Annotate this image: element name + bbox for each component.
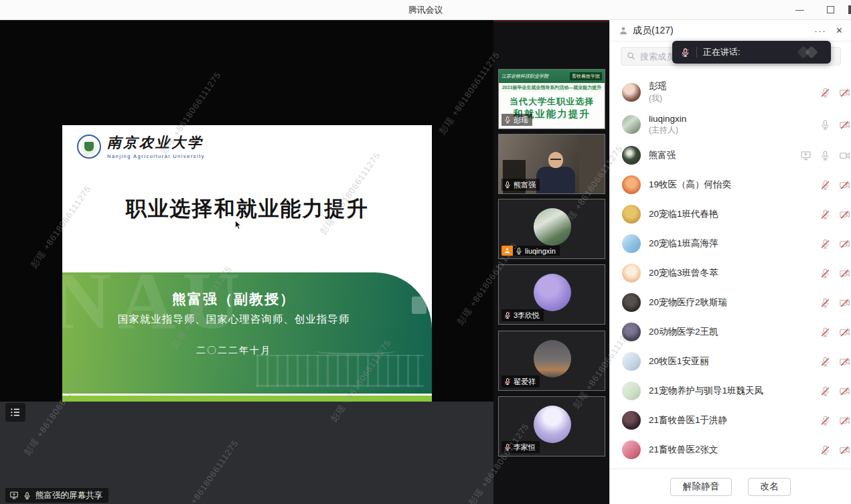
mic-icon [820,119,831,131]
avatar [622,293,641,312]
member-row[interactable]: 20宠物医疗2耿斯瑞 [610,288,851,317]
video-tile-avatar[interactable]: 3李欣悦 [498,264,605,325]
avatar [534,340,571,377]
video-tile-camera[interactable]: 熊富强 [498,134,605,194]
member-row[interactable]: 21宠物养护与驯导1班魏天凤 [610,376,851,406]
minimize-button[interactable] [789,0,809,20]
mic-icon [23,491,31,500]
speaking-indicator-toast: 正在讲话: [672,41,831,64]
mic-icon [515,247,523,255]
mic-muted-icon [820,356,831,367]
avatar [622,83,641,102]
slide-presenter: 熊富强（副教授） [62,290,405,309]
titlebar: 腾讯会议 [0,0,851,20]
mic-muted-icon [820,179,831,191]
tile-name-label: liuqingxin [513,246,560,256]
mic-muted-icon [820,415,831,426]
tile-name-label: 彭瑶 [501,114,532,126]
member-row[interactable]: 20牧医1安亚丽 [610,347,851,376]
avatar [534,406,571,443]
mini-slide-college: 畜牧兽医学院 [570,72,602,80]
unmute-button[interactable]: 解除静音 [670,478,732,496]
member-row[interactable]: 彭瑶 (我) [610,76,851,108]
mini-slide-header: 江苏农牧科技职业学院 畜牧兽医学院 [499,70,605,83]
speaking-label: 正在讲话: [703,46,741,58]
camera-off-icon [839,386,850,397]
university-name-en: Nanjing Agricultural University [107,153,205,159]
mic-icon [820,150,831,161]
maximize-button[interactable] [820,0,840,20]
video-tile-avatar[interactable]: 李家恒 [498,396,605,456]
close-button[interactable] [848,5,851,14]
member-row[interactable]: 21畜牧兽医2张文 [610,435,851,465]
mic-muted-icon [820,209,831,220]
mic-muted-icon [820,327,831,338]
mini-slide-banner: 2023届毕业生就业指导系列活动—就业能力提升 [499,83,605,92]
video-tile-avatar[interactable]: 翟爱祥 [498,331,605,391]
member-row[interactable]: 熊富强 [610,141,851,170]
camera-off-icon [839,87,850,98]
filmstrip-top-edge [493,20,609,22]
camera-off-icon [839,444,850,456]
member-list[interactable]: 彭瑶 (我) liuqingxin (主持人) [610,71,851,469]
screen-share-icon [9,491,19,500]
member-row[interactable]: 20宠临1班高海萍 [610,229,851,258]
member-row[interactable]: 20宠临3班曾冬萃 [610,258,851,288]
member-icon [618,25,629,36]
tile-name-label: 3李欣悦 [501,309,544,321]
avatar [622,175,641,194]
camera-off-icon [839,179,850,191]
members-panel-header: 成员(127) ··· ✕ [610,20,851,41]
member-row[interactable]: 19牧医（高）何怡奕 [610,170,851,199]
slide-credentials: 国家就业指导师、国家心理咨询师、创业指导师 [62,313,405,327]
window-title: 腾讯会议 [0,0,851,20]
university-seal-icon [77,135,101,159]
video-tile-avatar[interactable]: liuqingxin [498,199,605,259]
member-row[interactable]: 20动物医学2王凯 [610,317,851,347]
mic-muted-icon [820,268,831,279]
avatar [534,274,571,311]
minimize-icon [795,10,804,11]
maximize-icon [827,6,834,13]
more-menu-button[interactable]: ··· [814,25,826,36]
members-panel: 成员(127) ··· ✕ 正在讲话: 彭瑶 (我) [609,20,851,504]
slide-stamp [412,297,427,314]
mini-slide-school: 江苏农牧科技职业学院 [501,73,548,80]
share-badge-label: 熊富强的屏幕共享 [35,490,102,501]
avatar [622,146,641,165]
app-window: 腾讯会议 南京农业大学 Nanjing Agricultural Univers… [0,0,851,504]
avatar [622,115,641,134]
slide-title: 职业选择和就业能力提升 [62,195,432,223]
tile-name-label: 熊富强 [501,179,540,191]
mic-muted-icon [504,377,512,386]
mouse-cursor-icon [234,220,243,230]
avatar [622,264,641,282]
rename-button[interactable]: 改名 [748,478,791,496]
camera-off-icon [839,327,850,338]
video-filmstrip[interactable]: 江苏农牧科技职业学院 畜牧兽医学院 2023届毕业生就业指导系列活动—就业能力提… [493,20,609,504]
camera-off-icon [839,119,850,131]
camera-off-icon [839,209,850,220]
tile-name-label: 翟爱祥 [501,375,540,388]
panel-close-button[interactable]: ✕ [836,25,843,35]
avatar [622,205,641,224]
member-row[interactable]: 20宠临1班代春艳 [610,199,851,229]
member-row[interactable]: liuqingxin (主持人) [610,108,851,141]
member-row[interactable]: 21畜牧兽医1于洪静 [610,406,851,435]
shared-slide: 南京农业大学 Nanjing Agricultural University 职… [62,125,432,402]
avatar [622,440,641,459]
screen-share-badge: 熊富强的屏幕共享 [5,488,108,503]
meeting-logo-icon [795,47,822,58]
avatar [622,234,641,253]
mic-muted-icon [504,443,512,451]
video-tile-slide-share[interactable]: 江苏农牧科技职业学院 畜牧兽医学院 2023届毕业生就业指导系列活动—就业能力提… [498,69,605,129]
slide-green-panel: NAU 熊富强（副教授） 国家就业指导师、国家心理咨询师、创业指导师 二〇二二年… [62,272,432,394]
university-logo: 南京农业大学 Nanjing Agricultural University [77,133,205,159]
slide-watermark-letters: NAU [62,272,247,347]
university-name-cn: 南京农业大学 [107,133,205,152]
mic-muted-icon [820,444,831,456]
camera-icon [839,150,850,161]
mic-muted-icon [820,87,831,98]
thumbnail-list-toggle-button[interactable] [5,403,25,422]
avatar [622,382,641,400]
